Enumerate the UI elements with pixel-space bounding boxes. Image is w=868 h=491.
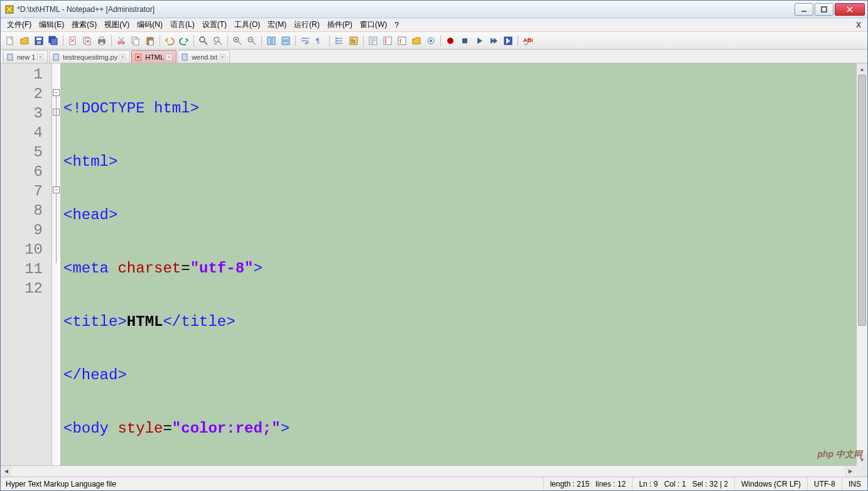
copy-icon[interactable]	[129, 34, 143, 48]
menu-encoding[interactable]: 编码(N)	[133, 18, 166, 31]
menu-close-doc[interactable]: X	[852, 21, 865, 30]
redo-icon[interactable]	[177, 34, 191, 48]
stop-icon[interactable]	[458, 34, 472, 48]
spellcheck-icon[interactable]: ABC	[521, 34, 534, 48]
line-number: 3	[1, 104, 52, 123]
status-length: length : 215 lines : 12	[543, 477, 632, 490]
line-number: 8	[1, 201, 52, 220]
code-editor[interactable]: <!DOCTYPE html> <html> <head> <meta char…	[61, 63, 867, 477]
sync-h-icon[interactable]	[279, 34, 293, 48]
svg-rect-28	[282, 37, 290, 40]
menu-window[interactable]: 窗口(W)	[356, 18, 391, 31]
line-number: 11	[1, 259, 52, 279]
menu-file[interactable]: 文件(F)	[3, 18, 35, 31]
menu-settings[interactable]: 设置(T)	[198, 18, 231, 31]
svg-rect-8	[51, 38, 57, 45]
fold-line	[56, 96, 57, 263]
scroll-down-icon[interactable]: ▼	[857, 454, 867, 465]
editor-area: 1 2 3 4 5 6 7 8 9 10 11 12 - - - <!DOCTY…	[1, 63, 867, 477]
minimize-button[interactable]	[795, 3, 813, 16]
menu-language[interactable]: 语言(L)	[166, 18, 198, 31]
menu-help[interactable]: ?	[391, 19, 403, 31]
tab-wend[interactable]: wend.txt ×	[178, 50, 230, 63]
save-macro-icon[interactable]	[501, 34, 515, 48]
svg-rect-29	[282, 41, 290, 45]
menu-run[interactable]: 运行(R)	[290, 18, 323, 31]
tab-new1[interactable]: new 1 ×	[3, 50, 48, 63]
svg-rect-21	[149, 40, 153, 45]
tab-close-icon[interactable]: ×	[166, 54, 172, 60]
svg-rect-6	[37, 41, 41, 44]
record-icon[interactable]	[443, 34, 457, 48]
new-file-icon[interactable]	[3, 34, 17, 48]
zoom-in-icon[interactable]	[231, 34, 244, 48]
svg-point-49	[137, 56, 139, 58]
close-all-icon[interactable]	[80, 34, 94, 48]
line-number-gutter: 1 2 3 4 5 6 7 8 9 10 11 12	[1, 63, 52, 477]
app-window: *D:\txt\HTML - Notepad++ [Administrator]…	[0, 0, 868, 491]
menu-macro[interactable]: 宏(M)	[264, 18, 290, 31]
user-lang-icon[interactable]: fx	[347, 34, 361, 48]
zoom-out-icon[interactable]	[245, 34, 259, 48]
toolbar-separator	[518, 35, 518, 46]
toolbar-separator	[227, 35, 228, 46]
save-icon[interactable]	[32, 34, 46, 48]
vertical-scrollbar[interactable]: ▲ ▼	[856, 63, 867, 465]
line-number: 2	[1, 84, 52, 104]
line-number: 7	[1, 181, 52, 201]
func-list-icon[interactable]: f	[395, 34, 409, 48]
wordwrap-icon[interactable]	[298, 34, 312, 48]
folder-workspace-icon[interactable]	[410, 34, 423, 48]
tab-close-icon[interactable]: ×	[37, 54, 43, 60]
code-line: <html>	[61, 152, 867, 171]
scroll-left-icon[interactable]: ◀	[1, 466, 12, 477]
horizontal-scrollbar[interactable]: ◀ ▶	[1, 465, 856, 477]
close-button[interactable]	[835, 3, 865, 16]
menu-view[interactable]: 视图(V)	[100, 18, 133, 31]
line-number: 12	[1, 279, 52, 298]
close-file-icon[interactable]	[66, 34, 80, 48]
indent-guide-icon[interactable]	[332, 34, 346, 48]
menu-tools[interactable]: 工具(O)	[231, 18, 264, 31]
status-insert-mode[interactable]: INS	[842, 477, 867, 490]
undo-icon[interactable]	[163, 34, 176, 48]
svg-rect-3	[7, 37, 13, 45]
svg-point-37	[385, 42, 386, 43]
play-icon[interactable]	[472, 34, 486, 48]
fold-toggle[interactable]: -	[53, 186, 60, 193]
menu-search[interactable]: 搜索(S)	[68, 18, 100, 31]
paste-icon[interactable]	[143, 34, 157, 48]
tab-testrequestimg[interactable]: testrequestimg.py ×	[49, 50, 130, 63]
tab-html[interactable]: HTML ×	[131, 50, 176, 63]
scrollbar-thumb[interactable]	[858, 75, 866, 326]
menu-plugins[interactable]: 插件(P)	[323, 18, 356, 31]
status-encoding[interactable]: UTF-8	[807, 477, 842, 490]
status-eol[interactable]: Windows (CR LF)	[734, 477, 807, 490]
toolbar-separator	[111, 35, 112, 46]
cut-icon[interactable]	[114, 34, 128, 48]
maximize-button[interactable]	[815, 3, 833, 16]
scroll-up-icon[interactable]: ▲	[857, 63, 867, 75]
app-icon	[4, 4, 14, 14]
save-all-icon[interactable]	[46, 34, 60, 48]
scroll-right-icon[interactable]: ▶	[845, 466, 856, 477]
line-number: 10	[1, 240, 52, 259]
all-chars-icon[interactable]: ¶	[313, 34, 327, 48]
play-multi-icon[interactable]	[487, 34, 501, 48]
fold-toggle[interactable]: -	[53, 89, 60, 96]
print-icon[interactable]	[95, 34, 109, 48]
open-file-icon[interactable]	[18, 34, 31, 48]
tab-close-icon[interactable]: ×	[119, 54, 126, 60]
doc-list-icon[interactable]	[381, 34, 394, 48]
doc-map-icon[interactable]	[366, 34, 380, 48]
fold-gutter: - - -	[52, 63, 61, 477]
menu-edit[interactable]: 编辑(E)	[35, 18, 68, 31]
monitor-icon[interactable]	[424, 34, 438, 48]
replace-icon[interactable]	[211, 34, 225, 48]
menubar: 文件(F) 编辑(E) 搜索(S) 视图(V) 编码(N) 语言(L) 设置(T…	[1, 18, 867, 32]
tab-close-icon[interactable]: ×	[219, 54, 225, 60]
svg-rect-20	[148, 37, 152, 39]
sync-v-icon[interactable]	[264, 34, 278, 48]
code-line: <head>	[61, 205, 867, 225]
find-icon[interactable]	[197, 34, 210, 48]
